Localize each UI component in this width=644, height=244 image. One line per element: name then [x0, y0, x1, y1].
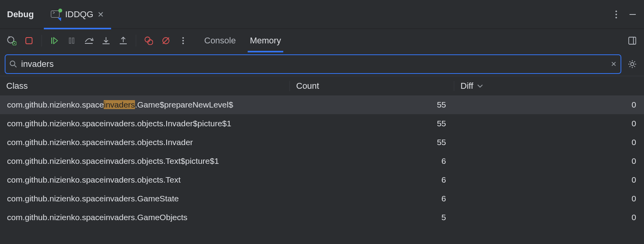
table-row[interactable]: com.github.nizienko.spaceinvaders.Game$p…	[0, 95, 644, 114]
debug-toolbar: Console Memory	[0, 29, 644, 52]
table-header: Class Count Diff	[0, 76, 644, 95]
column-header-class[interactable]: Class	[0, 81, 290, 91]
minimize-icon	[629, 11, 637, 18]
svg-point-17	[182, 37, 184, 39]
svg-point-19	[182, 43, 184, 44]
svg-rect-11	[103, 43, 110, 44]
svg-rect-7	[51, 38, 52, 44]
run-config-tab[interactable]: IDDQG ✕	[44, 0, 111, 29]
svg-line-29	[630, 61, 630, 62]
svg-rect-3	[630, 14, 636, 15]
run-config-icon	[51, 10, 61, 19]
diff-cell: 0	[454, 156, 644, 166]
svg-point-2	[615, 17, 617, 18]
step-into-icon	[102, 36, 110, 45]
step-over-icon	[84, 36, 94, 45]
table-row[interactable]: com.github.nizienko.spaceinvaders.object…	[0, 152, 644, 170]
memory-search-row: ✕	[0, 52, 644, 76]
diff-cell: 0	[454, 119, 644, 128]
table-row[interactable]: com.github.nizienko.spaceinvaders.object…	[0, 170, 644, 189]
svg-rect-12	[120, 43, 127, 44]
minimize-button[interactable]	[626, 8, 639, 21]
svg-point-24	[631, 63, 634, 66]
count-cell: 5	[290, 213, 454, 222]
close-tab-icon[interactable]: ✕	[97, 10, 104, 19]
svg-line-31	[630, 66, 630, 67]
svg-point-22	[10, 61, 15, 66]
column-header-diff-label: Diff	[461, 81, 473, 91]
svg-rect-6	[26, 38, 32, 44]
rerun-icon	[7, 36, 16, 45]
table-row[interactable]: com.github.nizienko.spaceinvaders.object…	[0, 114, 644, 133]
svg-point-18	[182, 40, 184, 41]
class-name-cell: com.github.nizienko.spaceinvaders.GameSt…	[0, 194, 290, 203]
svg-rect-8	[69, 38, 71, 43]
layout-settings-button[interactable]	[625, 34, 639, 48]
diff-cell: 0	[454, 194, 644, 203]
breakpoints-icon	[144, 36, 153, 45]
tab-console[interactable]: Console	[204, 29, 236, 52]
step-over-button[interactable]	[82, 34, 96, 48]
step-out-icon	[119, 36, 128, 45]
resume-button[interactable]	[47, 34, 61, 48]
classes-table: Class Count Diff com.github.nizienko.spa…	[0, 76, 644, 244]
tool-window-title: Debug	[5, 0, 41, 29]
gear-icon	[628, 59, 637, 69]
svg-point-13	[145, 37, 150, 42]
count-cell: 6	[290, 156, 454, 166]
table-body: com.github.nizienko.spaceinvaders.Game$p…	[0, 95, 644, 244]
pause-button[interactable]	[65, 34, 79, 48]
kebab-icon	[182, 36, 184, 45]
count-cell: 55	[290, 138, 454, 147]
sort-desc-icon	[477, 84, 483, 88]
resume-icon	[50, 36, 59, 45]
svg-point-0	[615, 11, 617, 12]
mute-breakpoints-button[interactable]	[159, 34, 173, 48]
stop-button[interactable]	[22, 34, 36, 48]
svg-line-32	[634, 61, 635, 62]
svg-point-14	[148, 40, 153, 45]
svg-point-1	[615, 14, 617, 15]
svg-rect-9	[72, 38, 74, 43]
count-cell: 6	[290, 194, 454, 203]
count-cell: 6	[290, 175, 454, 185]
layout-icon	[628, 36, 637, 45]
toolbar-more-button[interactable]	[176, 34, 190, 48]
diff-cell: 0	[454, 175, 644, 185]
class-name-cell: com.github.nizienko.spaceinvaders.GameOb…	[0, 213, 290, 222]
kebab-icon	[615, 10, 617, 19]
column-header-diff[interactable]: Diff	[454, 81, 644, 91]
count-cell: 55	[290, 119, 454, 128]
class-name-cell: com.github.nizienko.spaceinvaders.Game$p…	[0, 100, 290, 109]
memory-settings-button[interactable]	[625, 57, 639, 71]
view-breakpoints-button[interactable]	[142, 34, 156, 48]
search-icon	[9, 60, 17, 68]
column-header-count[interactable]: Count	[290, 81, 454, 91]
more-actions-button[interactable]	[610, 8, 623, 21]
table-row[interactable]: com.github.nizienko.spaceinvaders.object…	[0, 133, 644, 152]
class-name-cell: com.github.nizienko.spaceinvaders.object…	[0, 138, 290, 147]
run-config-name: IDDQG	[65, 9, 93, 20]
diff-cell: 0	[454, 213, 644, 222]
step-into-button[interactable]	[99, 34, 113, 48]
step-out-button[interactable]	[116, 34, 130, 48]
svg-line-23	[14, 65, 16, 67]
count-cell: 55	[290, 100, 454, 109]
svg-point-5	[14, 43, 15, 44]
debug-tool-window: Debug IDDQG ✕	[0, 0, 644, 244]
rerun-button[interactable]	[5, 34, 19, 48]
class-name-cell: com.github.nizienko.spaceinvaders.object…	[0, 119, 290, 128]
diff-cell: 0	[454, 100, 644, 109]
class-name-cell: com.github.nizienko.spaceinvaders.object…	[0, 175, 290, 185]
diff-cell: 0	[454, 138, 644, 147]
clear-search-icon[interactable]: ✕	[611, 60, 617, 68]
svg-line-30	[634, 66, 635, 67]
table-row[interactable]: com.github.nizienko.spaceinvaders.GameSt…	[0, 189, 644, 208]
table-row[interactable]: com.github.nizienko.spaceinvaders.GameOb…	[0, 208, 644, 227]
class-filter-field[interactable]: ✕	[5, 54, 621, 74]
pause-icon	[68, 37, 76, 45]
tab-memory[interactable]: Memory	[250, 29, 281, 52]
class-filter-input[interactable]	[21, 59, 607, 69]
svg-rect-20	[629, 37, 636, 44]
stop-icon	[25, 36, 33, 45]
